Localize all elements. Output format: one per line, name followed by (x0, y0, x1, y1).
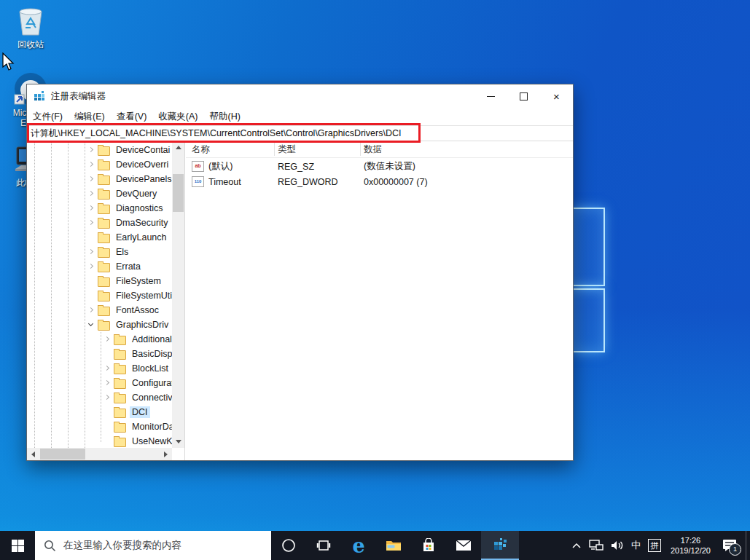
tree-item-fontassoc[interactable]: FontAssoc (27, 303, 172, 318)
registry-values-pane: 名称 类型 数据 ab(默认)REG_SZ(数值未设置)110TimeoutRE… (186, 141, 573, 460)
chevron-right-icon[interactable] (87, 175, 95, 184)
tree-horizontal-scrollbar[interactable] (27, 448, 172, 460)
column-header-data[interactable]: 数据 (364, 141, 382, 157)
dword-icon: 110 (192, 176, 204, 187)
value-data: (数值未设置) (364, 160, 573, 173)
chevron-right-icon[interactable] (103, 393, 112, 402)
tree-item-basicdispl[interactable]: BasicDispl (27, 347, 172, 361)
tree-item-label: FontAssoc (114, 304, 161, 316)
tree-item-connectivi[interactable]: Connectivi (27, 390, 172, 405)
tree-item-configurat[interactable]: Configurat (27, 376, 172, 390)
file-explorer-icon (386, 539, 402, 552)
tree-item-devquery[interactable]: DevQuery (27, 186, 172, 201)
menu-item-2[interactable]: 查看(V) (111, 108, 153, 125)
show-desktop-button[interactable] (746, 531, 750, 560)
volume-icon (611, 540, 624, 551)
action-center-button[interactable]: 1 (716, 531, 746, 560)
tree-item-monitorda[interactable]: MonitorDa (27, 419, 172, 434)
tree-item-dci[interactable]: DCI (27, 405, 172, 419)
taskbar-edge-button[interactable]: e (341, 531, 376, 560)
taskbar-registry-editor-button[interactable] (481, 531, 519, 560)
registry-editor-icon (491, 535, 509, 554)
menu-item-0[interactable]: 文件(F) (27, 108, 69, 125)
maximize-icon (520, 92, 528, 100)
taskbar-file-explorer-button[interactable] (376, 531, 411, 560)
value-row-(默认)[interactable]: ab(默认)REG_SZ(数值未设置) (186, 159, 573, 174)
chevron-right-icon[interactable] (103, 364, 112, 373)
menu-item-1[interactable]: 编辑(E) (69, 108, 111, 125)
desktop-icon-recycle-bin[interactable]: 回收站 (7, 4, 54, 50)
tree-vertical-scrollbar[interactable] (172, 141, 184, 448)
tree-item-errata[interactable]: Errata (27, 259, 172, 274)
menu-item-4[interactable]: 帮助(H) (203, 108, 246, 125)
tree-item-label: Connectivi (130, 392, 172, 403)
tree-item-filesystemuti[interactable]: FileSystemUti (27, 288, 172, 303)
tree-item-blocklist[interactable]: BlockList (27, 361, 172, 376)
scroll-up-icon[interactable] (172, 141, 184, 154)
values-header: 名称 类型 数据 (186, 141, 573, 158)
chevron-right-icon[interactable] (87, 146, 95, 154)
folder-icon (98, 176, 110, 185)
address-bar[interactable]: 计算机\HKEY_LOCAL_MACHINE\SYSTEM\CurrentCon… (27, 125, 573, 141)
tray-network-button[interactable] (585, 531, 607, 560)
wallpaper-windows-logo-pane (571, 208, 605, 286)
tree-item-deviceoverri[interactable]: DeviceOverri (27, 157, 172, 172)
desktop-wallpaper: 回收站 Microsoft Edge 此电脑 (0, 0, 750, 560)
column-separator[interactable] (360, 143, 361, 156)
tree-item-els[interactable]: Els (27, 245, 172, 259)
tree-item-additional[interactable]: Additional (27, 332, 172, 347)
title-bar[interactable]: 注册表编辑器 × (27, 84, 573, 108)
scroll-down-icon[interactable] (172, 435, 184, 448)
tray-ime-language[interactable]: 中 (628, 531, 644, 560)
tree-item-graphicsdriv[interactable]: GraphicsDriv (27, 318, 172, 332)
window-body: DeviceContaiDeviceOverriDevicePanelsDevQ… (27, 141, 573, 460)
start-button[interactable] (0, 531, 35, 560)
tree-item-filesystem[interactable]: FileSystem (27, 274, 172, 288)
chevron-right-icon[interactable] (87, 248, 95, 256)
column-header-name[interactable]: 名称 (192, 141, 210, 157)
close-button[interactable]: × (540, 84, 573, 108)
string-icon: ab (192, 161, 204, 172)
chevron-right-icon[interactable] (87, 189, 95, 198)
chevron-right-icon[interactable] (103, 379, 112, 387)
scrollbar-thumb[interactable] (40, 449, 85, 460)
tray-volume-button[interactable] (607, 531, 628, 560)
scroll-right-icon[interactable] (160, 448, 172, 460)
scrollbar-thumb[interactable] (173, 174, 184, 212)
tree-item-dmasecurity[interactable]: DmaSecurity (27, 216, 172, 230)
value-data: 0x00000007 (7) (364, 177, 573, 187)
maximize-button[interactable] (507, 84, 540, 108)
value-type: REG_SZ (278, 162, 364, 172)
folder-icon (114, 379, 126, 389)
tree-item-diagnostics[interactable]: Diagnostics (27, 201, 172, 216)
scroll-left-icon[interactable] (27, 448, 39, 460)
chevron-right-icon[interactable] (87, 218, 95, 227)
column-separator[interactable] (274, 143, 275, 156)
folder-icon (98, 307, 110, 316)
tree-item-usenewke[interactable]: UseNewKe (27, 434, 172, 448)
chevron-right-icon[interactable] (87, 262, 95, 271)
column-header-type[interactable]: 类型 (278, 141, 296, 157)
tree-item-label: DevQuery (114, 188, 159, 200)
taskbar-search-input[interactable]: 在这里输入你要搜索的内容 (35, 531, 271, 560)
tree-spacer (87, 233, 95, 242)
taskbar-cortana-button[interactable] (271, 531, 306, 560)
tray-clock[interactable]: 17:26 2019/12/20 (665, 531, 716, 560)
chevron-down-icon[interactable] (87, 320, 95, 329)
taskbar-store-button[interactable] (411, 531, 446, 560)
chevron-right-icon[interactable] (87, 306, 95, 315)
chevron-right-icon[interactable] (87, 204, 95, 213)
tree-item-earlylaunch[interactable]: EarlyLaunch (27, 230, 172, 245)
taskbar-mail-button[interactable] (446, 531, 481, 560)
tree-item-devicepanels[interactable]: DevicePanels (27, 172, 172, 186)
value-row-Timeout[interactable]: 110TimeoutREG_DWORD0x00000007 (7) (186, 174, 573, 189)
tray-chevron-up-button[interactable] (568, 531, 585, 560)
taskbar-task-view-button[interactable] (306, 531, 341, 560)
tray-ime-mode[interactable]: 拼 (644, 531, 665, 560)
minimize-button[interactable] (474, 84, 507, 108)
menu-item-3[interactable]: 收藏夹(A) (152, 108, 203, 125)
mouse-cursor (1, 52, 15, 71)
chevron-right-icon[interactable] (87, 160, 95, 169)
tree-item-devicecontai[interactable]: DeviceContai (27, 143, 172, 157)
chevron-right-icon[interactable] (103, 335, 112, 344)
